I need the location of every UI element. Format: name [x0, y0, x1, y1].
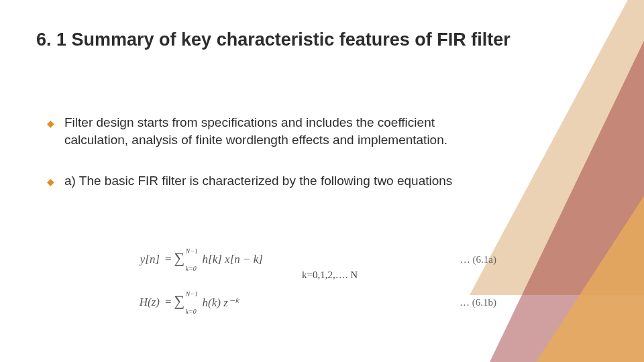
- sum-lower: k=0: [186, 308, 197, 315]
- k-range-text: k=0,1,2,…. N: [302, 269, 358, 281]
- eq-rhs: h(k) z⁻ᵏ: [201, 296, 239, 310]
- eq-lhs: y[n]: [121, 253, 162, 266]
- eq-lhs: H(z): [121, 296, 162, 309]
- eq-tag: … (6.1b): [460, 297, 496, 308]
- bullet-item: ◆ a) The basic FIR filter is characteriz…: [47, 172, 476, 190]
- slide-title: 6. 1 Summary of key characteristic featu…: [36, 28, 557, 52]
- slide-body: ◆ Filter design starts from specificatio…: [47, 114, 476, 214]
- equations-block: y[n] = ∑ N−1 k=0 h[k] x[n − k] … (6.1a) …: [121, 248, 496, 318]
- bullet-arrow-icon: ◆: [47, 117, 54, 130]
- bullet-text: Filter design starts from specifications…: [64, 115, 447, 147]
- sum-lower: k=0: [186, 265, 197, 272]
- decorative-triangle: [510, 134, 644, 362]
- eq-tag: … (6.1a): [460, 254, 496, 265]
- bullet-text: a) The basic FIR filter is characterized…: [64, 174, 452, 188]
- bullet-item: ◆ Filter design starts from specificatio…: [47, 114, 476, 148]
- bullet-arrow-icon: ◆: [47, 176, 54, 188]
- summation-symbol: ∑ N−1 k=0: [174, 291, 201, 314]
- sum-upper: N−1: [186, 290, 198, 298]
- summation-symbol: ∑ N−1 k=0: [174, 248, 201, 271]
- eq-equals: =: [162, 296, 174, 309]
- equation-6-1b: H(z) = ∑ N−1 k=0 h(k) z⁻ᵏ … (6.1b): [121, 291, 496, 314]
- eq-rhs: h[k] x[n − k]: [201, 253, 263, 266]
- equation-6-1a: y[n] = ∑ N−1 k=0 h[k] x[n − k] … (6.1a): [121, 248, 496, 271]
- slide: 6. 1 Summary of key characteristic featu…: [0, 0, 644, 362]
- sum-upper: N−1: [186, 247, 198, 255]
- eq-equals: =: [162, 253, 174, 266]
